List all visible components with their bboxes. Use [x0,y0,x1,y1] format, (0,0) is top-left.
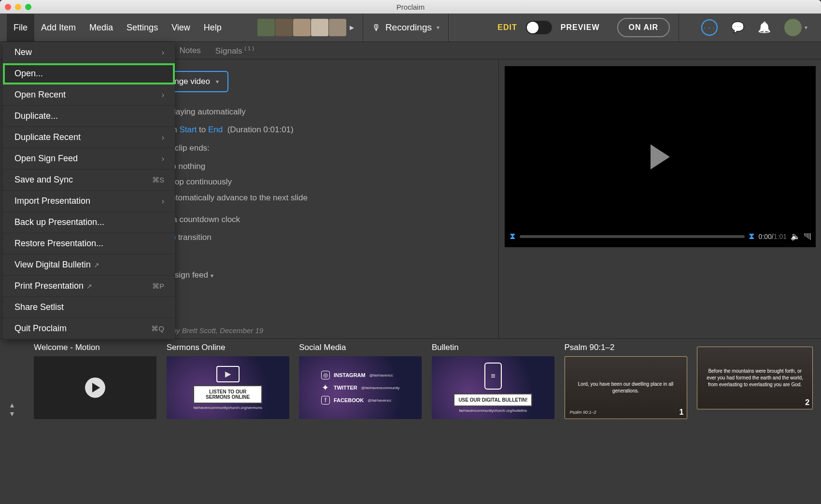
more-options-icon[interactable]: · · · [701,19,718,36]
minimize-window-icon[interactable] [15,4,21,10]
thumb-image[interactable]: ≡ USE OUR DIGITAL BULLETIN! fairhavencom… [432,356,554,419]
file-menu-print[interactable]: Print Presentation⌘P [3,276,175,297]
file-menu-view-bulletin[interactable]: View Digital Bulletin [3,254,175,276]
chevron-right-icon: › [162,133,164,142]
video-preview[interactable]: ⧗ ⧗ 0:00/1:01 [505,66,816,247]
thumb-psalm-1[interactable]: Psalm 90:1–2 Lord, you have been our dwe… [565,341,689,425]
user-menu[interactable]: ▾ [784,19,807,36]
avatar[interactable] [329,19,346,36]
microphone-icon [372,22,381,33]
menu-media[interactable]: Media [83,14,120,42]
thumb-text: Before the mountains were brought forth,… [697,368,812,388]
thumb-bulletin[interactable]: Bulletin ≡ USE OUR DIGITAL BULLETIN! fai… [432,341,556,425]
main-toolbar: File Add Item Media Settings View Help ▶… [0,14,821,42]
radio-do-nothing[interactable]: Do nothing [155,159,498,174]
file-menu-restore[interactable]: Restore Presentation... [3,233,175,254]
tab-notes[interactable]: Notes [179,43,200,58]
close-window-icon[interactable] [5,4,11,10]
menu-file[interactable]: File [7,14,34,42]
thumb-welcome[interactable]: Welcome - Motion [34,341,158,425]
thumb-image[interactable]: Before the mountains were brought forth,… [697,347,813,409]
avatar[interactable] [293,19,311,36]
file-menu-duplicate[interactable]: Duplicate... [3,106,175,127]
thumb-number: 2 [805,398,809,407]
thumb-title: Psalm 90:1–2 [565,341,689,354]
file-menu-duplicate-recent[interactable]: Duplicate Recent› [3,127,175,148]
setting-countdown: Show a countdown clock [150,210,498,228]
thumb-sub: fairhavencommunitychurch.org/bulletins [453,408,532,413]
window-title: Proclaim [396,3,425,11]
file-menu-open-recent[interactable]: Open Recent› [3,84,175,106]
onair-button[interactable]: ON AIR [617,18,670,37]
setting-transition: Use no transition [150,228,498,246]
edit-preview-toggle[interactable] [526,21,552,34]
thumb-psalm-2[interactable]: Before the mountains were brought forth,… [697,341,814,425]
play-icon[interactable] [651,144,670,169]
notifications-icon[interactable] [758,21,771,34]
file-menu-import-presentation[interactable]: Import Presentation› [3,191,175,212]
menu-help[interactable]: Help [197,14,228,42]
menu-view[interactable]: View [165,14,197,42]
mode-switch: EDIT PREVIEW ON AIR [497,18,670,37]
timeline-track[interactable] [520,235,745,238]
avatar[interactable] [257,19,275,36]
thumb-title: Social Media [299,341,423,354]
trim-start-marker[interactable]: ⧗ [510,231,516,241]
file-menu-open[interactable]: Open... [3,63,175,84]
file-menu-open-sign-feed[interactable]: Open Sign Feed› [3,148,175,169]
thumb-sermons-online[interactable]: Sermons Online ▶ LISTEN TO OURSERMONS ON… [167,341,291,425]
external-link-icon [91,260,99,269]
preview-pane: ⧗ ⧗ 0:00/1:01 [498,59,821,338]
titlebar: Proclaim [0,0,821,14]
file-menu-share-setlist[interactable]: Share Setlist [3,297,175,318]
play-start-link[interactable]: Start [179,125,197,134]
right-icons: · · · ▾ [688,19,821,36]
reorder-icon[interactable]: ▲▼ [9,401,15,418]
tab-signals[interactable]: Signals ( 1 ) [215,42,254,59]
play-icon [85,378,105,398]
slide-thumbnails: ▲▼ Welcome - Motion Sermons Online ▶ LIS… [0,338,821,425]
social-list: ◎INSTAGRAM@fairhavencc ✦TWITTER@fairhave… [321,371,400,405]
chevron-right-icon: › [162,154,164,163]
thumb-ref: Psalm 90:1–2 [570,410,596,415]
divider [448,14,449,42]
twitter-icon: ✦ [321,383,330,392]
chevron-down-icon: ▾ [211,272,213,279]
file-menu-backup[interactable]: Back up Presentation... [3,212,175,233]
file-menu-quit[interactable]: Quit Proclaim⌘Q [3,318,175,339]
chevron-right-icon: › [162,91,164,99]
clip-ends-options: Do nothing Loop continuously Automatical… [155,159,498,206]
chevron-right-icon: › [162,48,164,57]
recordings-button[interactable]: Recordings ▾ [372,22,439,33]
setting-sign-feed[interactable]: end to sign feed ▾ [150,266,498,284]
avatar[interactable] [311,19,328,36]
thumb-caption: LISTEN TO OURSERMONS ONLINE [193,385,262,404]
tab-signals-label: Signals [215,46,242,55]
chat-icon[interactable] [731,21,744,34]
thumb-number: 1 [679,408,684,417]
file-menu-new[interactable]: New› [3,42,175,63]
thumb-title: Bulletin [432,341,556,354]
maximize-window-icon[interactable] [25,4,31,10]
volume-bars-icon[interactable] [804,233,811,240]
radio-loop[interactable]: Loop continuously [155,174,498,190]
menu-add-item[interactable]: Add Item [34,14,83,42]
thumb-image[interactable]: ▶ LISTEN TO OURSERMONS ONLINE fairhavenc… [167,356,289,419]
play-icon[interactable]: ▶ [350,24,354,31]
thumb-social-media[interactable]: Social Media ◎INSTAGRAM@fairhavencc ✦TWI… [299,341,423,425]
thumb-image[interactable] [34,356,156,419]
setting-clip-ends-label: en the clip ends: [150,139,498,157]
file-menu-save-sync[interactable]: Save and Sync⌘S [3,169,175,191]
thumb-image[interactable]: ◎INSTAGRAM@fairhavencc ✦TWITTER@fairhave… [299,356,422,419]
radio-advance[interactable]: Automatically advance to the next slide [155,190,498,206]
thumb-image[interactable]: Lord, you have been our dwelling place i… [565,356,687,419]
play-end-link[interactable]: End [208,125,223,134]
trim-end-marker[interactable]: ⧗ [749,231,755,241]
file-menu-dropdown: New› Open... Open Recent› Duplicate... D… [3,42,175,339]
external-link-icon [84,281,92,291]
chevron-down-icon: ▾ [437,24,439,31]
avatar[interactable] [275,19,293,36]
menu-settings[interactable]: Settings [120,14,165,42]
volume-icon[interactable] [791,232,800,241]
thumb-sub: fairhavencommunitychurch.org/sermons [193,406,262,410]
